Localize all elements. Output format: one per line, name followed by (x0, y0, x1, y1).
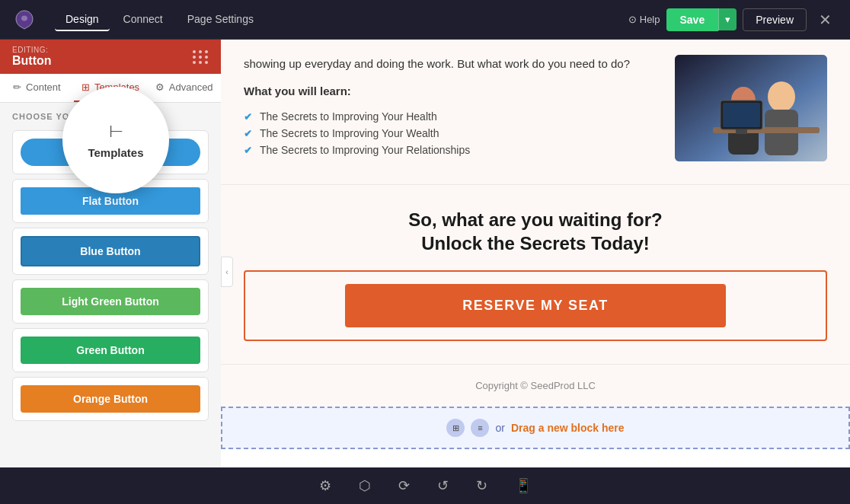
main-layout: EDITING: Button ✏ Content ⊞ Templates ⚙ … (0, 40, 850, 504)
collapse-panel-handle[interactable]: ‹ (221, 257, 233, 287)
canvas-learn-heading: What you will learn: (244, 82, 652, 100)
cta-reserve-button[interactable]: RESERVE MY SEAT (345, 284, 726, 327)
text-block-icon: ≡ (471, 419, 489, 437)
check-item-1: ✔ The Secrets to Improving Your Health (244, 108, 652, 125)
blue-button-preview[interactable]: Blue Button (21, 236, 200, 266)
templates-circle-tooltip: ⊢ Templates (62, 87, 169, 193)
bottom-toolbar: ⚙ ⬡ ⟳ ↺ ↻ 📱 (221, 467, 850, 504)
checkmark-icon-1: ✔ (244, 111, 252, 123)
checkmark-icon-3: ✔ (244, 145, 252, 156)
tab-design[interactable]: Design (55, 8, 110, 31)
canvas-footer: Copyright © SeedProd LLC (221, 364, 850, 407)
check-list: ✔ The Secrets to Improving Your Health ✔… (244, 108, 652, 158)
left-panel: EDITING: Button ✏ Content ⊞ Templates ⚙ … (0, 40, 221, 504)
template-circle-icon: ⊢ (109, 122, 123, 142)
help-icon: ⊙ (628, 14, 637, 25)
template-green-button[interactable]: Green Button (12, 328, 209, 372)
mobile-preview-tool[interactable]: 📱 (509, 474, 538, 497)
save-button[interactable]: Save (666, 8, 719, 31)
copyright-text: Copyright © SeedProd LLC (475, 380, 596, 391)
canvas-image (675, 55, 827, 161)
templates-circle-label: Templates (88, 146, 143, 159)
orange-button-preview[interactable]: Orange Button (21, 385, 200, 413)
tab-content[interactable]: ✏ Content (0, 74, 74, 102)
svg-rect-8 (723, 103, 760, 127)
save-button-group: Save ▾ (666, 8, 737, 31)
preview-button[interactable]: Preview (743, 8, 807, 31)
check-item-2: ✔ The Secrets to Improving Your Wealth (244, 125, 652, 142)
close-button[interactable]: ✕ (813, 8, 838, 32)
settings-tool[interactable]: ⚙ (313, 474, 337, 497)
sliders-icon: ⚙ (155, 81, 165, 93)
logo[interactable] (12, 8, 37, 32)
template-orange-button[interactable]: Orange Button (12, 377, 209, 421)
right-canvas: ‹ showing up everyday and doing the work… (221, 40, 850, 504)
canvas-text-block: showing up everyday and doing the work. … (244, 55, 652, 158)
canvas-intro-text: showing up everyday and doing the work. … (244, 55, 652, 73)
nav-tabs: Design Connect Page Settings (55, 8, 264, 31)
layers-tool[interactable]: ⬡ (353, 474, 377, 497)
check-item-3: ✔ The Secrets to Improving Your Relation… (244, 142, 652, 158)
cta-heading: So, what are you waiting for?Unlock the … (244, 208, 827, 255)
drag-new-block-zone[interactable]: ⊞ ≡ or Drag a new block here (221, 407, 850, 449)
drag-new-block-link[interactable]: Drag a new block here (511, 422, 625, 434)
tab-connect[interactable]: Connect (113, 8, 174, 31)
svg-point-2 (768, 81, 795, 112)
history-tool[interactable]: ⟳ (392, 474, 416, 497)
template-lightgreen-button[interactable]: Light Green Button (12, 279, 209, 324)
save-dropdown-button[interactable]: ▾ (718, 8, 737, 30)
lightgreen-button-preview[interactable]: Light Green Button (21, 288, 200, 315)
editing-info: EDITING: Button (12, 46, 52, 68)
dots-menu-icon[interactable] (193, 50, 209, 64)
editing-title: Button (12, 54, 52, 68)
canvas-content: showing up everyday and doing the work. … (221, 40, 850, 449)
tab-page-settings[interactable]: Page Settings (177, 8, 264, 31)
help-button[interactable]: ⊙ Help (628, 14, 660, 25)
grid-block-icon: ⊞ (446, 419, 465, 437)
tab-advanced[interactable]: ⚙ Advanced (147, 74, 221, 102)
redo-tool[interactable]: ↻ (470, 474, 494, 497)
editing-label: EDITING: (12, 46, 52, 54)
drag-or-text: or (495, 422, 504, 434)
editing-header: EDITING: Button (0, 40, 221, 74)
pencil-icon: ✏ (13, 81, 21, 93)
template-blue-button[interactable]: Blue Button (12, 228, 209, 275)
cta-button-wrapper: RESERVE MY SEAT (244, 270, 827, 341)
green-button-preview[interactable]: Green Button (21, 337, 200, 364)
checkmark-icon-2: ✔ (244, 128, 252, 139)
canvas-top-section: showing up everyday and doing the work. … (221, 40, 850, 184)
nav-right-actions: ⊙ Help Save ▾ Preview ✕ (628, 8, 838, 32)
top-navigation: Design Connect Page Settings ⊙ Help Save… (0, 0, 850, 40)
canvas-cta-section: So, what are you waiting for?Unlock the … (221, 184, 850, 364)
template-icon: ⊞ (81, 81, 90, 93)
svg-rect-9 (736, 129, 747, 134)
undo-tool[interactable]: ↺ (431, 474, 455, 497)
